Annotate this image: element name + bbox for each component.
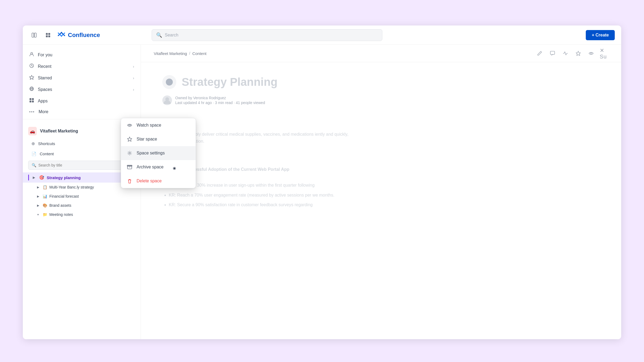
page-meta: Owned by Veronica Rodriguez Last updated… xyxy=(162,95,361,105)
archive-space-label: Archive space xyxy=(137,165,164,169)
star-space-label: Star space xyxy=(137,137,157,142)
page-meta-text: Owned by Veronica Rodriguez Last updated… xyxy=(175,95,265,105)
space-name: Vitafleet Marketing xyxy=(40,129,78,134)
brand-assets-label: Brand assets xyxy=(49,203,71,208)
star-icon xyxy=(126,136,133,142)
expand-financial[interactable]: ▶ xyxy=(36,194,41,199)
svg-rect-4 xyxy=(46,35,48,37)
page-title-row: Strategy Planning xyxy=(162,75,361,89)
recent-chevron: › xyxy=(133,64,134,69)
goal-item-3: KR: Secure a 90% satisfaction rate in cu… xyxy=(169,201,361,209)
expand-multi-year[interactable]: ▶ xyxy=(36,185,41,190)
expand-brand[interactable]: ▶ xyxy=(36,203,41,208)
more-options-button[interactable]: ✕ Su xyxy=(600,49,608,58)
spaces-chevron: › xyxy=(133,87,134,92)
goal-item-2: KR: Reach a 70% user engagement rate (me… xyxy=(169,191,361,199)
topbar-left: Confluence xyxy=(29,30,147,40)
svg-marker-22 xyxy=(127,137,132,141)
page-updated: Last updated 4 hr ago · 3 min read · 41 … xyxy=(175,101,265,105)
sidebar-item-starred[interactable]: Starred › xyxy=(23,72,141,84)
multi-year-icon: 📋 xyxy=(43,185,47,189)
comment-button[interactable] xyxy=(548,49,557,58)
svg-rect-3 xyxy=(48,33,50,35)
svg-point-19 xyxy=(166,79,173,86)
page-emoji xyxy=(162,75,176,89)
tree-item-meeting-notes[interactable]: ▾ 📁 Meeting notes xyxy=(23,210,141,219)
active-indicator xyxy=(28,175,29,180)
svg-marker-8 xyxy=(30,75,34,79)
watch-space-item[interactable]: Watch space xyxy=(121,118,196,132)
sidebar-item-more-label: More xyxy=(39,109,48,114)
author-avatar xyxy=(162,95,172,105)
grid-view-button[interactable] xyxy=(43,30,53,40)
meeting-icon: 📁 xyxy=(43,212,47,217)
goal-item-1: KR: Achieve a 30% increase in user sign-… xyxy=(169,182,361,189)
expand-meeting[interactable]: ▾ xyxy=(36,212,41,217)
activity-button[interactable] xyxy=(561,49,570,58)
sidebar-item-for-you[interactable]: For you xyxy=(23,49,141,61)
author-name: Owned by Veronica Rodriguez xyxy=(175,96,226,100)
recent-icon xyxy=(29,63,34,69)
topbar: Confluence 🔍 Search + Create xyxy=(23,25,621,45)
sidebar-item-apps-label: Apps xyxy=(38,99,47,104)
logo: Confluence xyxy=(57,30,100,40)
strategy-icon: 🎯 xyxy=(39,175,45,180)
app-container: Confluence 🔍 Search + Create For you xyxy=(23,25,621,339)
main-content: Vitafleet Marketing / Content xyxy=(141,45,621,339)
sidebar: For you Recent › Starred xyxy=(23,45,141,339)
delete-space-item[interactable]: Delete space xyxy=(121,174,196,188)
sidebar-item-spaces-label: Spaces xyxy=(38,87,52,92)
breadcrumb-content[interactable]: Content xyxy=(192,51,207,56)
starred-chevron: › xyxy=(133,76,134,80)
svg-rect-2 xyxy=(46,33,48,35)
svg-rect-5 xyxy=(48,35,50,37)
search-bar[interactable]: 🔍 Search xyxy=(152,29,382,41)
edit-button[interactable] xyxy=(535,49,544,58)
sidebar-item-apps[interactable]: Apps xyxy=(23,95,141,107)
spaces-icon xyxy=(29,86,34,93)
content-label: Content xyxy=(40,152,54,156)
body: For you Recent › Starred xyxy=(23,45,621,339)
delete-space-label: Delete space xyxy=(137,179,162,183)
sidebar-toggle-button[interactable] xyxy=(29,30,39,40)
sidebar-item-starred-label: Starred xyxy=(38,76,52,80)
search-icon: 🔍 xyxy=(156,32,162,38)
title-search-input[interactable] xyxy=(38,163,132,167)
apps-icon xyxy=(29,98,34,104)
svg-rect-14 xyxy=(30,101,31,102)
svg-rect-12 xyxy=(30,98,31,100)
search-input[interactable]: Search xyxy=(165,33,178,38)
archive-space-item[interactable]: Archive space xyxy=(121,160,196,174)
more-icon: ••• xyxy=(29,110,35,114)
star-button[interactable] xyxy=(574,49,583,58)
context-dropdown-menu: Watch space Star space Space settings Ar… xyxy=(121,118,196,188)
expand-strategy[interactable]: ▶ xyxy=(31,175,36,180)
svg-point-21 xyxy=(129,124,130,126)
sidebar-item-spaces[interactable]: Spaces › xyxy=(23,84,141,95)
shortcuts-label: Shortcuts xyxy=(38,141,55,146)
space-settings-item[interactable]: Space settings xyxy=(121,146,196,160)
sidebar-item-recent[interactable]: Recent › xyxy=(23,61,141,72)
breadcrumb-space[interactable]: Vitafleet Marketing xyxy=(154,51,187,56)
svg-marker-17 xyxy=(576,51,580,56)
create-button[interactable]: + Create xyxy=(586,30,615,40)
financial-icon: 📊 xyxy=(43,194,47,198)
tree-item-financial-forecast[interactable]: ▶ 📊 Financial forecast xyxy=(23,192,141,201)
star-space-item[interactable]: Star space xyxy=(121,132,196,146)
delete-icon xyxy=(126,178,133,184)
watch-button[interactable] xyxy=(587,49,595,58)
content-icon: 📄 xyxy=(31,152,36,156)
title-search-bar[interactable]: 🔍 xyxy=(28,161,135,170)
sidebar-item-for-you-label: For you xyxy=(38,53,52,57)
svg-rect-16 xyxy=(550,51,555,54)
breadcrumb-separator: / xyxy=(189,51,190,56)
breadcrumb-bar: Vitafleet Marketing / Content xyxy=(141,45,621,62)
svg-point-23 xyxy=(129,152,130,154)
title-search-icon: 🔍 xyxy=(32,163,36,167)
tree-item-brand-assets[interactable]: ▶ 🎨 Brand assets xyxy=(23,201,141,210)
meeting-notes-label: Meeting notes xyxy=(49,212,73,217)
watch-space-label: Watch space xyxy=(137,123,161,128)
sidebar-item-more[interactable]: ••• More xyxy=(23,107,141,117)
for-you-icon xyxy=(29,52,34,58)
space-icon: 🚗 xyxy=(28,127,37,135)
